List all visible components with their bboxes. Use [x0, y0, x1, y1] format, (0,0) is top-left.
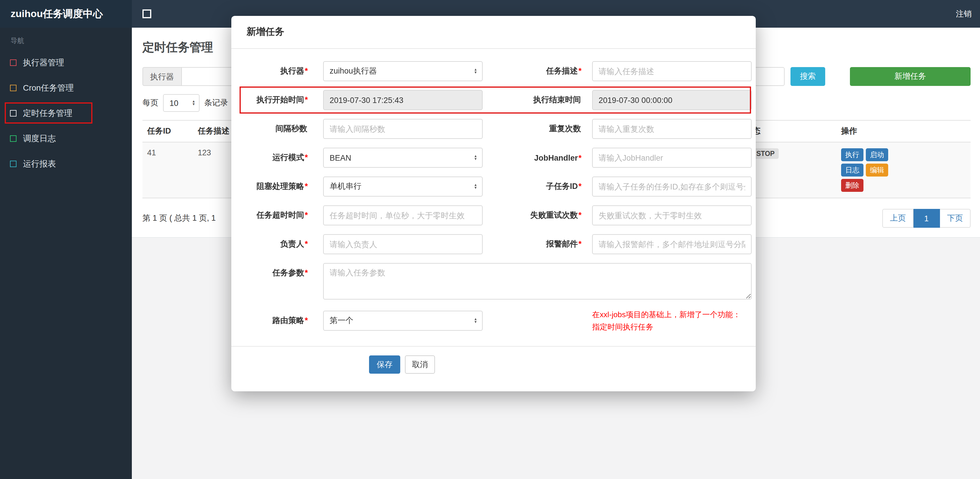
- form-row-start-end-time: 执行开始时间* 2019-07-30 17:25:43 执行结束时间 2019-…: [231, 90, 756, 110]
- sidebar-item-label: 定时任务管理: [23, 108, 72, 119]
- current-page-button[interactable]: 1: [913, 209, 940, 228]
- fail-retry-input[interactable]: [592, 205, 752, 225]
- col-actions: 操作: [836, 120, 970, 142]
- start-button[interactable]: 启动: [866, 148, 888, 161]
- interval-input[interactable]: [323, 119, 483, 139]
- job-handler-label: JobHandler*: [483, 153, 592, 162]
- form-row-interval-repeat: 间隔秒数 重复次数: [231, 119, 756, 139]
- sidebar-toggle-icon[interactable]: [142, 10, 151, 18]
- start-time-label: 执行开始时间*: [247, 95, 323, 105]
- form-row-author-email: 负责人* 报警邮件*: [231, 234, 756, 254]
- interval-label: 间隔秒数: [247, 124, 323, 134]
- sidebar-item-executor-manage[interactable]: 执行器管理: [0, 50, 132, 75]
- pagination-summary: 第 1 页 ( 总共 1 页, 1: [142, 213, 216, 224]
- glue-type-label: 运行模式*: [247, 153, 323, 163]
- sidebar-item-run-report[interactable]: 运行报表: [0, 151, 132, 177]
- save-button[interactable]: 保存: [369, 355, 400, 374]
- cancel-button[interactable]: 取消: [405, 355, 435, 374]
- select-arrows-icon: ▲▼: [192, 100, 196, 106]
- repeat-input[interactable]: [592, 119, 752, 139]
- sidebar-item-label: 运行报表: [23, 159, 56, 169]
- cell-actions: 执行 启动 日志 编辑 删除: [836, 142, 970, 198]
- select-arrows-icon: ▲▼: [474, 317, 477, 324]
- job-param-textarea[interactable]: [323, 263, 752, 299]
- select-arrows-icon: ▲▼: [474, 154, 477, 161]
- form-row-job-param: 任务参数*: [231, 263, 756, 299]
- glue-type-select[interactable]: BEAN ▲▼: [323, 148, 483, 168]
- form-row-glue-handler: 运行模式* BEAN ▲▼ JobHandler*: [231, 148, 756, 168]
- timeout-input[interactable]: [323, 205, 483, 225]
- sidebar: 导航 执行器管理 Cron任务管理 定时任务管理 调度日志 运行报表: [0, 28, 132, 479]
- block-strategy-value: 单机串行: [329, 181, 361, 192]
- executor-select[interactable]: zuihou执行器 ▲▼: [323, 61, 483, 81]
- sidebar-item-cron-manage[interactable]: Cron任务管理: [0, 75, 132, 100]
- sidebar-item-label: 执行器管理: [23, 57, 64, 68]
- block-strategy-label: 阻塞处理策略*: [247, 181, 323, 192]
- nav-section-label: 导航: [0, 28, 132, 50]
- executor-select-value: zuihou执行器: [329, 66, 377, 76]
- feature-note-line1: 在xxl-jobs项目的基础上，新增了一个功能：: [592, 308, 752, 321]
- edit-button[interactable]: 编辑: [866, 164, 888, 177]
- delete-button[interactable]: 删除: [841, 179, 864, 192]
- form-row-timeout-retry: 任务超时时间* 失败重试次数*: [231, 205, 756, 225]
- cell-task-id: 41: [142, 142, 193, 198]
- child-job-label: 子任务ID*: [483, 181, 592, 192]
- logout-link[interactable]: 注销: [956, 8, 972, 19]
- form-row-route-strategy: 路由策略* 第一个 ▲▼ 在xxl-jobs项目的基础上，新增了一个功能： 指定…: [231, 308, 756, 333]
- child-job-input[interactable]: [592, 177, 752, 197]
- sidebar-item-schedule-log[interactable]: 调度日志: [0, 126, 132, 151]
- executor-label: 执行器*: [247, 66, 323, 76]
- modal-header: 新增任务: [231, 16, 756, 49]
- author-input[interactable]: [323, 234, 483, 254]
- alarm-email-label: 报警邮件*: [483, 239, 592, 250]
- menu-square-icon: [10, 135, 16, 142]
- prev-page-button[interactable]: 上页: [882, 209, 913, 228]
- app-window: zuihou任务调度中心 注销 导航 执行器管理 Cron任务管理 定时任务管理…: [0, 0, 980, 479]
- log-button[interactable]: 日志: [841, 164, 864, 177]
- sidebar-item-label: Cron任务管理: [23, 83, 74, 93]
- add-task-button[interactable]: 新增任务: [850, 67, 970, 86]
- author-label: 负责人*: [247, 239, 323, 250]
- executor-filter-label: 执行器: [142, 67, 181, 86]
- per-page-select[interactable]: 10 ▲▼: [163, 94, 199, 112]
- job-desc-label: 任务描述*: [483, 66, 592, 76]
- block-strategy-select[interactable]: 单机串行 ▲▼: [323, 177, 483, 197]
- modal-title: 新增任务: [247, 27, 284, 37]
- status-text: STOP: [756, 150, 775, 157]
- menu-square-icon: [10, 110, 16, 116]
- next-page-button[interactable]: 下页: [940, 209, 970, 228]
- row-action-buttons: 执行 启动 日志 编辑 删除: [841, 148, 907, 192]
- sidebar-item-timed-task-manage[interactable]: 定时任务管理: [0, 100, 132, 126]
- add-task-modal: 新增任务 执行器* zuihou执行器 ▲▼ 任务描述* 执行开始时间* 201…: [231, 16, 756, 391]
- per-page-prefix: 每页: [142, 98, 158, 108]
- app-title: zuihou任务调度中心: [0, 0, 132, 28]
- menu-square-icon: [10, 85, 16, 91]
- start-time-input[interactable]: 2019-07-30 17:25:43: [323, 90, 483, 110]
- glue-type-value: BEAN: [329, 153, 352, 162]
- search-button[interactable]: 搜索: [791, 67, 825, 86]
- sidebar-item-label: 调度日志: [23, 133, 56, 144]
- end-time-label: 执行结束时间: [483, 95, 592, 105]
- feature-note-line2: 指定时间执行任务: [592, 321, 752, 333]
- job-handler-input[interactable]: [592, 148, 752, 168]
- select-arrows-icon: ▲▼: [474, 183, 477, 190]
- feature-note: 在xxl-jobs项目的基础上，新增了一个功能： 指定时间执行任务: [592, 308, 752, 333]
- route-strategy-label: 路由策略*: [247, 315, 323, 326]
- form-row-block-childjob: 阻塞处理策略* 单机串行 ▲▼ 子任务ID*: [231, 177, 756, 197]
- repeat-label: 重复次数: [483, 124, 592, 134]
- job-desc-input[interactable]: [592, 61, 752, 81]
- end-time-input[interactable]: 2019-07-30 00:00:00: [592, 90, 752, 110]
- pagination: 上页 1 下页: [882, 209, 970, 228]
- route-strategy-select[interactable]: 第一个 ▲▼: [323, 311, 483, 331]
- alarm-email-input[interactable]: [592, 234, 752, 254]
- modal-footer: 保存 取消: [231, 346, 756, 391]
- col-task-id: 任务ID: [142, 120, 193, 142]
- per-page-suffix: 条记录: [204, 98, 228, 108]
- job-param-label: 任务参数*: [247, 263, 323, 278]
- form-row-executor-desc: 执行器* zuihou执行器 ▲▼ 任务描述*: [231, 61, 756, 81]
- modal-body: 执行器* zuihou执行器 ▲▼ 任务描述* 执行开始时间* 2019-07-…: [231, 49, 756, 333]
- route-strategy-value: 第一个: [329, 315, 353, 326]
- run-button[interactable]: 执行: [841, 148, 864, 161]
- timeout-label: 任务超时时间*: [247, 210, 323, 221]
- sidebar-menu: 执行器管理 Cron任务管理 定时任务管理 调度日志 运行报表: [0, 50, 132, 177]
